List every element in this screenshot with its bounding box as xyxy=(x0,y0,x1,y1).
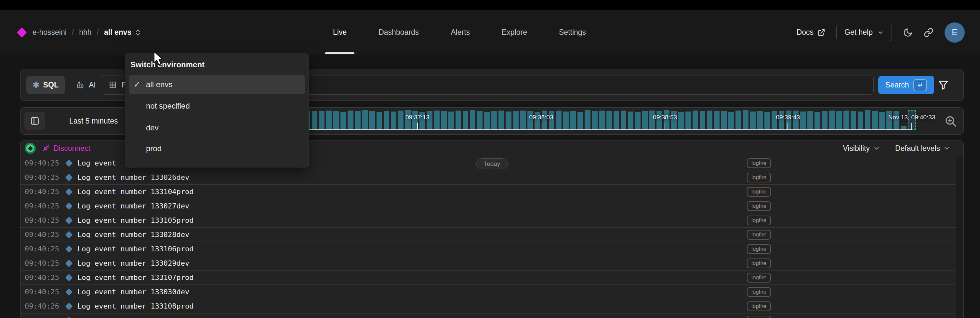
unplug-icon xyxy=(41,144,50,153)
log-row[interactable]: 09:40:25Log event number 133105prodlogfi… xyxy=(21,213,956,227)
scope-badge[interactable]: logfire xyxy=(747,230,771,240)
get-help-button[interactable]: Get help xyxy=(836,24,892,41)
histogram-bar xyxy=(879,112,885,130)
log-diamond-icon xyxy=(65,274,73,281)
histogram-bar xyxy=(384,111,390,130)
disconnect-button[interactable]: Disconnect xyxy=(41,144,91,153)
log-diamond-icon xyxy=(65,317,73,318)
scope-badge[interactable]: logfire xyxy=(747,187,771,197)
time-range-select[interactable]: Last 5 minutes xyxy=(69,108,118,134)
scope-badge[interactable]: logfire xyxy=(747,287,771,297)
env-option-not-specified[interactable]: not specified xyxy=(125,95,309,116)
log-timestamp: 09:40:25 xyxy=(25,273,59,281)
scope-badge[interactable]: logfire xyxy=(747,301,771,311)
default-levels-menu[interactable]: Default levels xyxy=(895,144,950,153)
histogram-bar xyxy=(398,111,404,130)
time-range-label: Last 5 minutes xyxy=(69,117,118,126)
histogram-bar xyxy=(721,111,727,130)
scope-badge[interactable]: logfire xyxy=(747,216,771,225)
breadcrumb-project[interactable]: hhh xyxy=(79,28,91,37)
chevron-down-icon xyxy=(943,145,950,152)
timeline-tick-mark xyxy=(912,123,912,130)
logfire-logo-icon[interactable] xyxy=(17,27,27,37)
env-option-prod[interactable]: prod xyxy=(125,138,309,159)
tab-alerts[interactable]: Alerts xyxy=(443,10,478,55)
visibility-menu[interactable]: Visibility xyxy=(843,144,880,153)
log-row[interactable]: 09:40:25Log event number 133029devlogfir… xyxy=(21,256,956,270)
environment-select[interactable]: all envs xyxy=(104,28,131,37)
tab-dashboards[interactable]: Dashboards xyxy=(371,10,426,55)
log-message: Log event number 133027dev xyxy=(77,202,189,210)
scope-badge[interactable]: logfire xyxy=(747,173,771,183)
histogram-bar xyxy=(362,110,368,130)
default-levels-label: Default levels xyxy=(895,144,940,153)
histogram-bar xyxy=(735,111,741,130)
user-avatar[interactable]: E xyxy=(945,22,965,43)
log-message: Log event xyxy=(77,159,116,167)
log-message: Log event number 133105prod xyxy=(77,216,194,224)
log-row[interactable]: 09:40:25Log event number 133104prodlogfi… xyxy=(21,185,956,199)
menu-divider xyxy=(125,117,309,117)
log-timestamp: 09:40:25 xyxy=(25,216,59,224)
log-row[interactable]: 09:40:25Log event number 133030devlogfir… xyxy=(21,285,956,299)
tab-explore[interactable]: Explore xyxy=(494,10,535,55)
log-message: Log event number 133026dev xyxy=(77,173,189,181)
env-option-all-envs[interactable]: ✓all envs xyxy=(129,75,305,94)
log-row[interactable]: 09:40:25Log event number 133027devlogfir… xyxy=(21,199,956,213)
scrollbar-track[interactable] xyxy=(956,156,963,318)
select-updown-icon[interactable] xyxy=(135,29,140,37)
tab-live[interactable]: Live xyxy=(325,10,355,55)
filter-funnel-icon[interactable] xyxy=(937,79,949,91)
today-date-pill: Today xyxy=(476,158,508,169)
histogram-bar xyxy=(757,111,763,130)
log-message: Log event number 133029dev xyxy=(77,259,189,267)
log-timestamp: 09:40:25 xyxy=(25,159,59,167)
theme-toggle-moon-icon[interactable] xyxy=(903,28,913,37)
timeline-tick-mark xyxy=(788,123,788,130)
search-button[interactable]: Search ↵ xyxy=(878,76,934,94)
log-diamond-icon xyxy=(65,216,73,224)
scope-badge[interactable]: logfire xyxy=(747,259,771,268)
scope-badge[interactable]: logfire xyxy=(747,244,771,254)
histogram-bar xyxy=(851,111,856,130)
log-message: Log event number 133108prod xyxy=(77,302,194,310)
share-link-icon[interactable] xyxy=(924,28,934,37)
header-actions: Docs Get help E xyxy=(797,10,965,55)
histogram-bar xyxy=(506,111,511,130)
nav-tabs: LiveDashboardsAlertsExploreSettings xyxy=(325,10,594,55)
log-diamond-icon xyxy=(65,259,73,267)
scope-badge[interactable]: logfire xyxy=(747,273,771,283)
sql-mode-button[interactable]: ✱ SQL xyxy=(26,76,65,94)
breadcrumb: e-hosseini / hhh / all envs xyxy=(18,10,140,55)
ai-mode-button[interactable]: AI xyxy=(70,76,102,94)
log-message: Log event number 133106prod xyxy=(77,245,194,253)
env-option-dev[interactable]: dev xyxy=(125,118,309,138)
zoom-in-icon[interactable] xyxy=(944,114,958,128)
docs-link[interactable]: Docs xyxy=(797,28,825,37)
histogram-bar xyxy=(614,111,619,130)
log-row[interactable]: 09:40:25Log event number 133106prodlogfi… xyxy=(21,242,956,256)
chevron-down-icon xyxy=(873,145,880,152)
docs-label: Docs xyxy=(797,28,813,37)
scope-badge[interactable]: logfire xyxy=(747,158,771,168)
log-row[interactable]: 09:40:25Log event number 133107prodlogfi… xyxy=(21,270,956,285)
log-rows: 09:40:25Log eventlogfire09:40:25Log even… xyxy=(21,156,956,318)
histogram-bar xyxy=(520,111,526,130)
timeline-tick-mark xyxy=(665,123,665,130)
histogram-bar xyxy=(355,111,361,130)
histogram-bar xyxy=(728,112,734,130)
log-row[interactable]: 09:40:25Log event number 133028devlogfir… xyxy=(21,227,956,242)
sidebar-toggle-button[interactable] xyxy=(24,112,45,130)
enter-key-hint: ↵ xyxy=(913,79,927,91)
scope-badge[interactable]: logfire xyxy=(747,316,771,318)
breadcrumb-org[interactable]: e-hosseini xyxy=(32,28,67,37)
log-timestamp: 09:40:25 xyxy=(25,188,59,196)
tab-settings[interactable]: Settings xyxy=(551,10,594,55)
log-row[interactable]: 09:40:26Log event number 133031devlogfir… xyxy=(21,313,956,318)
histogram-bar xyxy=(319,111,325,130)
histogram-bar xyxy=(836,111,842,130)
log-row[interactable]: 09:40:26Log event number 133108prodlogfi… xyxy=(21,299,956,313)
scope-badge[interactable]: logfire xyxy=(747,201,771,211)
log-message: Log event number 133107prod xyxy=(77,273,194,281)
log-row[interactable]: 09:40:25Log event number 133026devlogfir… xyxy=(21,170,956,185)
